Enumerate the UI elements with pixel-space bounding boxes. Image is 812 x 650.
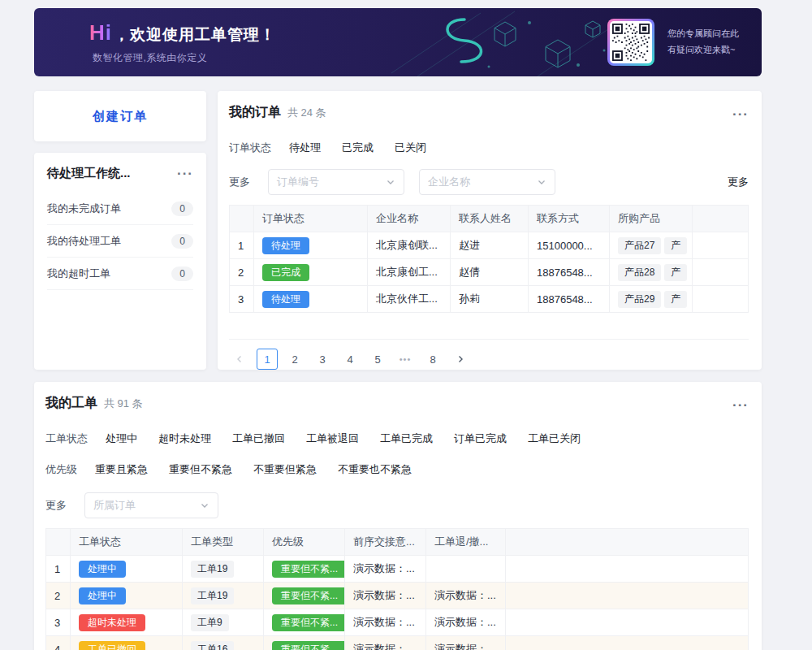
order-status-badge: 待处理	[262, 237, 309, 254]
page-prev-button[interactable]	[229, 349, 250, 370]
tickets-more-icon[interactable]: ···	[732, 398, 749, 412]
parent-order-select[interactable]: 所属订单	[84, 492, 218, 518]
filter-option-pending[interactable]: 待处理	[289, 141, 321, 155]
filter-option-closed[interactable]: 已关闭	[395, 141, 426, 155]
priority-badge: 重要但不紧...	[272, 614, 345, 631]
order-id-select[interactable]: 订单编号	[268, 169, 404, 195]
order-row[interactable]: 2 已完成 北京康创工... 赵倩 18876548... 产品28产	[230, 259, 749, 286]
my-orders-panel: 我的订单 共 24 条 ··· 订单状态 待处理 已完成 已关闭 更多 订单编号…	[218, 91, 762, 370]
page-next-button[interactable]	[450, 349, 471, 370]
filter-option-not-important-urgent[interactable]: 不重要但紧急	[253, 462, 317, 477]
consultant-note-line2: 有疑问欢迎来戳~	[667, 42, 739, 58]
page-button-4[interactable]: 4	[339, 349, 361, 370]
product-tag: 产	[664, 291, 687, 308]
product-tag: 产品29	[618, 291, 661, 308]
filter-option-ticket-closed[interactable]: 工单已关闭	[528, 431, 581, 446]
order-products: 产品28产	[610, 259, 693, 286]
tickets-count: 共 91 条	[104, 396, 143, 411]
stats-list: 我的未完成订单 0 我的待处理工单 0 我的超时工单 0	[47, 193, 193, 290]
chevron-down-icon	[386, 177, 395, 187]
order-status-badge: 待处理	[262, 291, 309, 308]
ticket-type-tag: 工单19	[191, 561, 234, 578]
page-more-icon[interactable]: •••	[395, 349, 416, 370]
orders-more-icon[interactable]: ···	[732, 107, 749, 121]
my-tickets-panel: 我的工单 共 91 条 ··· 工单状态 处理中 超时未处理 工单已撤回 工单被…	[34, 382, 762, 650]
order-id-select-placeholder: 订单编号	[277, 175, 319, 189]
filter-option-processing[interactable]: 处理中	[106, 431, 137, 446]
filter-option-important-urgent[interactable]: 重要且紧急	[95, 462, 148, 477]
header-ticket-type: 工单类型	[183, 529, 264, 556]
ticket-row[interactable]: 2 处理中 工单19 重要但不紧... 演示数据：... 演示数据：...	[46, 583, 749, 609]
consultant-note: 您的专属顾问在此 有疑问欢迎来戳~	[667, 26, 739, 58]
stat-item-pending-tickets[interactable]: 我的待处理工单 0	[47, 225, 193, 258]
chevron-down-icon	[537, 177, 546, 187]
create-order-button[interactable]: 创建订单	[93, 109, 148, 124]
ticket-handover: 演示数据：...	[345, 636, 426, 650]
order-row[interactable]: 1 待处理 北京康创联... 赵进 15100000... 产品27产	[230, 232, 749, 259]
stat-label: 我的待处理工单	[47, 234, 121, 249]
chevron-right-icon	[456, 354, 465, 364]
tickets-table: 工单状态 工单类型 优先级 前序交接意... 工单退/撤... 1 处理中 工单…	[45, 528, 749, 650]
order-row-index: 2	[230, 259, 254, 286]
stats-card-title: 待处理工作统...	[47, 166, 131, 181]
ticket-row[interactable]: 1 处理中 工单19 重要但不紧... 演示数据：...	[46, 556, 749, 583]
filter-option-returned[interactable]: 工单被退回	[306, 431, 359, 446]
stat-label: 我的超时工单	[47, 266, 110, 281]
orders-table: 订单状态 企业名称 联系人姓名 联系方式 所购产品 1 待处理 北京康创联...…	[229, 205, 749, 313]
tickets-more-label: 更多	[45, 498, 67, 513]
filter-option-order-completed[interactable]: 订单已完成	[454, 431, 507, 446]
company-name-select[interactable]: 企业名称	[419, 169, 555, 195]
product-tag: 产品28	[618, 264, 661, 281]
stat-item-unfinished-orders[interactable]: 我的未完成订单 0	[47, 193, 193, 225]
page-button-2[interactable]: 2	[284, 349, 305, 370]
page-button-3[interactable]: 3	[312, 349, 333, 370]
filter-option-ticket-completed[interactable]: 工单已完成	[380, 431, 433, 446]
header-contact-name: 联系人姓名	[451, 206, 529, 232]
order-row-filler	[693, 286, 749, 313]
filter-option-not-important-not-urgent[interactable]: 不重要也不紧急	[338, 462, 412, 477]
header-priority: 优先级	[264, 529, 345, 556]
ticket-row[interactable]: 3 超时未处理 工单9 重要但不紧... 演示数据：... 演示数据：...	[46, 609, 749, 636]
orders-panel-title: 我的订单	[229, 104, 281, 121]
header-index	[230, 206, 254, 232]
banner-greeting: Hi，欢迎使用工单管理！	[89, 20, 276, 46]
order-company: 北京伙伴工...	[368, 286, 451, 313]
ticket-row-filler	[506, 609, 749, 636]
order-row-filler	[693, 259, 749, 286]
stats-more-icon[interactable]: ···	[177, 167, 193, 180]
filter-option-completed[interactable]: 已完成	[342, 141, 374, 155]
order-row[interactable]: 3 待处理 北京伙伴工... 孙莉 18876548... 产品29产	[230, 286, 749, 313]
order-phone: 18876548...	[529, 259, 610, 286]
banner-cubes-decoration	[383, 8, 619, 76]
pending-work-stats-card: 待处理工作统... ··· 我的未完成订单 0 我的待处理工单 0 我的超时工单…	[34, 153, 206, 370]
priority-filter-row: 优先级 重要且紧急 重要但不紧急 不重要但紧急 不重要也不紧急	[45, 462, 749, 478]
order-status-filter-label: 订单状态	[229, 141, 271, 155]
chevron-left-icon	[235, 354, 244, 364]
orders-more-filter-row: 更多 订单编号 企业名称 更多	[229, 169, 749, 195]
filter-option-important-not-urgent[interactable]: 重要但不紧急	[169, 462, 232, 477]
order-contact: 赵倩	[451, 259, 529, 286]
order-phone: 18876548...	[529, 286, 610, 313]
page-button-8[interactable]: 8	[422, 349, 443, 370]
page-button-1[interactable]: 1	[257, 349, 278, 370]
stat-item-overdue-tickets[interactable]: 我的超时工单 0	[47, 258, 193, 290]
filter-option-overdue[interactable]: 超时未处理	[158, 431, 211, 446]
page-button-5[interactable]: 5	[367, 349, 388, 370]
header-retreat-note: 工单退/撤...	[426, 529, 506, 556]
header-contact-phone: 联系方式	[529, 206, 610, 232]
filter-option-withdrawn[interactable]: 工单已撤回	[232, 431, 285, 446]
orders-table-header-row: 订单状态 企业名称 联系人姓名 联系方式 所购产品	[230, 206, 749, 232]
qr-code[interactable]	[607, 19, 654, 66]
priority-badge: 重要但不紧...	[272, 641, 345, 650]
ticket-type-tag: 工单19	[191, 587, 234, 604]
company-name-select-placeholder: 企业名称	[428, 175, 470, 189]
order-phone: 15100000...	[529, 232, 610, 259]
product-tag: 产	[664, 237, 687, 254]
order-row-index: 1	[230, 232, 254, 259]
orders-more-link[interactable]: 更多	[728, 175, 749, 189]
orders-table-empty-area	[229, 313, 749, 340]
ticket-row[interactable]: 4 工单已撤回 工单16 重要但不紧... 演示数据：... 演示数据：...	[46, 636, 749, 650]
tickets-panel-title: 我的工单	[45, 395, 97, 412]
orders-count: 共 24 条	[287, 106, 326, 120]
parent-order-select-placeholder: 所属订单	[93, 498, 136, 513]
